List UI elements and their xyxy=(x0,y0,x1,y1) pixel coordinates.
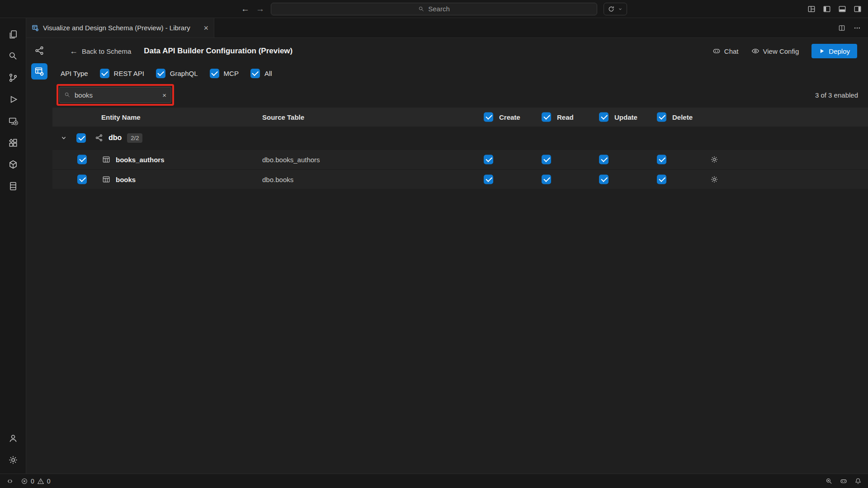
entity-name: books xyxy=(116,176,136,183)
api-type-label: API Type xyxy=(61,70,88,77)
error-count: 0 xyxy=(31,478,34,485)
empty-area xyxy=(52,189,868,474)
warning-count: 0 xyxy=(47,478,51,485)
filter-graphql[interactable]: GraphQL xyxy=(156,69,198,78)
notifications-bell-icon[interactable] xyxy=(854,478,862,485)
status-bar: 0 0 xyxy=(0,474,868,488)
search-icon xyxy=(418,6,425,12)
group-select-checkbox[interactable] xyxy=(76,133,86,143)
delete-checkbox[interactable] xyxy=(657,175,666,184)
chevron-down-icon xyxy=(618,6,623,12)
graphql-checkbox[interactable] xyxy=(156,69,165,78)
row-settings-gear-icon[interactable] xyxy=(710,155,718,164)
toggle-sidebar-icon[interactable] xyxy=(823,5,831,13)
delete-all-checkbox[interactable] xyxy=(657,113,666,122)
explorer-icon[interactable] xyxy=(0,23,26,45)
schema-count-badge: 2/2 xyxy=(127,133,142,143)
database-projects-icon[interactable] xyxy=(0,175,26,197)
rest-api-checkbox[interactable] xyxy=(100,69,109,78)
loop-icon xyxy=(608,5,615,13)
col-read: Read xyxy=(557,113,574,121)
row-select-checkbox[interactable] xyxy=(77,175,87,184)
extensions-icon[interactable] xyxy=(0,132,26,154)
error-icon xyxy=(21,478,28,485)
customize-layout-icon[interactable] xyxy=(807,5,816,13)
table-row-books: books dbo.books xyxy=(52,170,868,189)
nav-back-button[interactable]: ← xyxy=(241,4,250,14)
schema-group-row-dbo[interactable]: dbo 2/2 xyxy=(52,127,868,149)
back-label: Back to Schema xyxy=(82,47,131,55)
read-all-checkbox[interactable] xyxy=(542,113,551,122)
enabled-summary: 3 of 3 enabled xyxy=(815,91,858,99)
back-to-schema-button[interactable]: ← Back to Schema xyxy=(70,47,131,56)
collapse-chevron-icon[interactable] xyxy=(60,134,68,142)
entity-search-input[interactable]: books × xyxy=(59,87,171,103)
config-toolbar: ← Back to Schema Data API Builder Config… xyxy=(52,38,868,64)
global-search-box[interactable]: Search xyxy=(271,3,597,15)
entity-source: dbo.books_authors xyxy=(262,156,320,164)
toggle-secondary-sidebar-icon[interactable] xyxy=(854,5,862,13)
filter-rest-api[interactable]: REST API xyxy=(100,69,144,78)
update-all-checkbox[interactable] xyxy=(599,113,609,122)
entity-table-header: Entity Name Source Table Create Read Upd… xyxy=(52,108,868,127)
run-debug-icon[interactable] xyxy=(0,89,26,110)
search-sidebar-icon[interactable] xyxy=(0,45,26,67)
chat-button[interactable]: Chat xyxy=(712,47,739,55)
remote-indicator-icon[interactable] xyxy=(6,478,14,485)
tab-close-icon[interactable]: × xyxy=(203,24,208,32)
schema-diagram-view-button[interactable] xyxy=(31,42,47,59)
update-checkbox[interactable] xyxy=(599,175,609,184)
copilot-chat-icon xyxy=(712,47,721,55)
accounts-icon[interactable] xyxy=(0,427,26,449)
command-center-group: ← → Search xyxy=(241,3,627,15)
clear-search-icon[interactable]: × xyxy=(162,91,166,99)
entity-name: books_authors xyxy=(116,156,165,164)
view-config-button[interactable]: View Config xyxy=(751,47,799,55)
activity-bar xyxy=(0,18,26,474)
copilot-status-icon[interactable] xyxy=(840,478,847,485)
mcp-label: MCP xyxy=(224,70,239,77)
schema-icon xyxy=(95,134,103,142)
all-label: All xyxy=(264,70,272,77)
tab-bar: Visualize and Design Schema (Preview) - … xyxy=(26,18,868,38)
entity-source: dbo.books xyxy=(262,176,293,183)
settings-gear-icon[interactable] xyxy=(0,449,26,471)
split-editor-icon[interactable] xyxy=(838,24,845,32)
editor-actions xyxy=(838,18,861,38)
play-icon xyxy=(819,48,825,54)
row-settings-gear-icon[interactable] xyxy=(710,175,718,183)
more-actions-icon[interactable] xyxy=(854,24,861,32)
deploy-button[interactable]: Deploy xyxy=(811,44,857,58)
containers-icon[interactable] xyxy=(0,154,26,175)
col-delete: Delete xyxy=(672,113,693,121)
nav-forward-button[interactable]: → xyxy=(256,4,264,14)
filter-mcp[interactable]: MCP xyxy=(210,69,239,78)
col-source-table: Source Table xyxy=(262,113,304,121)
source-control-icon[interactable] xyxy=(0,67,26,89)
zoom-indicator-icon[interactable] xyxy=(826,478,833,485)
delete-checkbox[interactable] xyxy=(657,155,666,164)
search-placeholder: Search xyxy=(428,5,450,13)
read-checkbox[interactable] xyxy=(542,155,551,164)
create-all-checkbox[interactable] xyxy=(484,113,493,122)
create-checkbox[interactable] xyxy=(484,155,493,164)
session-dropdown-button[interactable] xyxy=(604,3,627,15)
api-config-view-button[interactable] xyxy=(31,63,47,80)
create-checkbox[interactable] xyxy=(484,175,493,184)
filter-all[interactable]: All xyxy=(250,69,272,78)
all-checkbox[interactable] xyxy=(250,69,260,78)
remote-explorer-icon[interactable] xyxy=(0,110,26,132)
tab-visualize-design-schema[interactable]: Visualize and Design Schema (Preview) - … xyxy=(26,18,214,38)
search-icon xyxy=(64,92,71,98)
row-select-checkbox[interactable] xyxy=(77,155,87,164)
entity-search-row: books × 3 of 3 enabled xyxy=(52,82,868,108)
toggle-panel-icon[interactable] xyxy=(838,5,846,13)
mcp-checkbox[interactable] xyxy=(210,69,219,78)
titlebar: ← → Search xyxy=(0,0,868,18)
problems-indicator[interactable]: 0 0 xyxy=(21,478,51,485)
col-create: Create xyxy=(499,113,520,121)
read-checkbox[interactable] xyxy=(542,175,551,184)
warning-icon xyxy=(37,478,44,485)
table-row-books-authors: books_authors dbo.books_authors xyxy=(52,150,868,169)
update-checkbox[interactable] xyxy=(599,155,609,164)
